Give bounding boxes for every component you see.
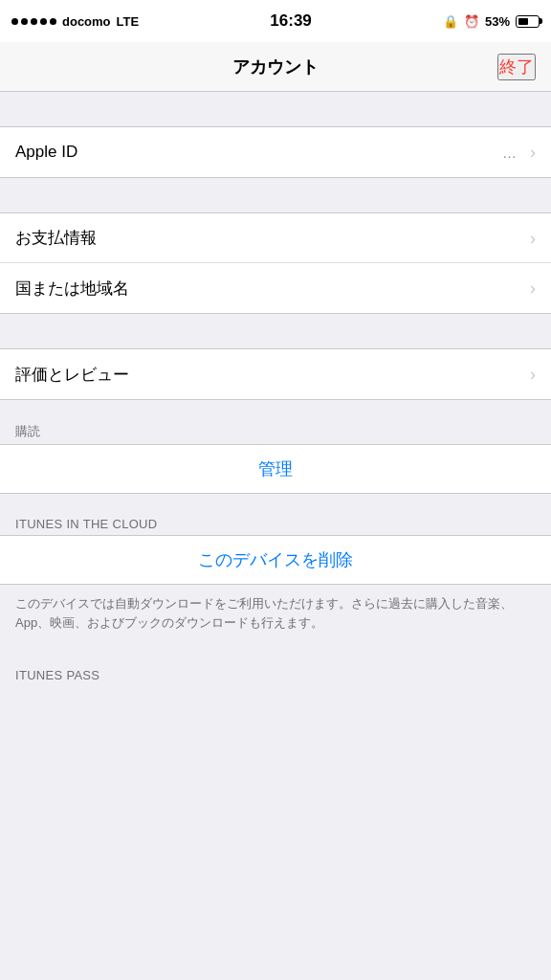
- lock-icon: 🔒: [443, 14, 458, 29]
- ratings-reviews-row[interactable]: 評価とレビュー ›: [0, 349, 551, 399]
- payment-info-right: ›: [530, 230, 536, 247]
- navigation-bar: アカウント 終了: [0, 42, 551, 92]
- spacer-top: [0, 92, 551, 126]
- payment-info-row[interactable]: お支払情報 ›: [0, 213, 551, 263]
- country-region-label: 国または地域名: [15, 278, 129, 300]
- battery-indicator: [516, 15, 540, 28]
- ratings-reviews-label: 評価とレビュー: [15, 364, 129, 386]
- remove-device-button[interactable]: このデバイスを削除: [198, 548, 353, 571]
- chevron-icon: ›: [530, 144, 536, 161]
- done-button[interactable]: 終了: [497, 54, 536, 80]
- apple-id-value: …: [502, 145, 517, 161]
- apple-id-right: … ›: [502, 144, 536, 161]
- network-label: LTE: [117, 14, 140, 29]
- country-chevron-icon: ›: [530, 279, 536, 297]
- status-left: docomo LTE: [11, 14, 139, 29]
- battery-percent: 53%: [485, 14, 510, 29]
- ratings-reviews-right: ›: [530, 366, 536, 383]
- page-title: アカウント: [232, 56, 319, 78]
- manage-row: 管理: [0, 444, 551, 494]
- payment-info-label: お支払情報: [15, 227, 97, 249]
- country-region-right: ›: [530, 279, 536, 297]
- description-text: このデバイスでは自動ダウンロードをご利用いただけます。さらに過去に購入した音楽、…: [15, 596, 513, 630]
- alarm-icon: ⏰: [464, 14, 479, 29]
- signal-dots: [11, 18, 56, 25]
- itunes-pass-header: iTunes PASS: [0, 660, 551, 686]
- itunes-cloud-description: このデバイスでは自動ダウンロードをご利用いただけます。さらに過去に購入した音楽、…: [0, 585, 551, 645]
- payment-country-group: お支払情報 › 国または地域名 ›: [0, 212, 551, 314]
- carrier-label: docomo: [62, 14, 111, 29]
- apple-id-row[interactable]: Apple ID … ›: [0, 127, 551, 177]
- manage-button[interactable]: 管理: [258, 457, 293, 480]
- spacer-1: [0, 178, 551, 212]
- payment-chevron-icon: ›: [530, 230, 536, 247]
- apple-id-label: Apple ID: [15, 143, 77, 162]
- subscriptions-header: 購読: [0, 415, 551, 444]
- spacer-4: [0, 494, 551, 509]
- status-time: 16:39: [270, 11, 311, 31]
- status-bar: docomo LTE 16:39 🔒 ⏰ 53%: [0, 0, 551, 42]
- country-region-row[interactable]: 国または地域名 ›: [0, 263, 551, 313]
- apple-id-group: Apple ID … ›: [0, 126, 551, 178]
- ratings-chevron-icon: ›: [530, 366, 536, 383]
- ratings-group: 評価とレビュー ›: [0, 348, 551, 400]
- remove-device-row: このデバイスを削除: [0, 535, 551, 585]
- itunes-cloud-header: iTunes IN THE CLOUD: [0, 509, 551, 535]
- spacer-2: [0, 314, 551, 348]
- spacer-3: [0, 400, 551, 415]
- spacer-5: [0, 645, 551, 660]
- status-right: 🔒 ⏰ 53%: [443, 14, 540, 29]
